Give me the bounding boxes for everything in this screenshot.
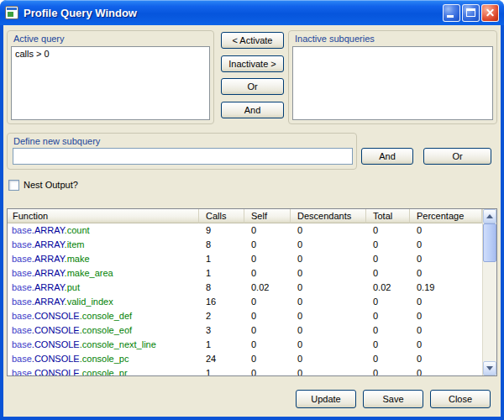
app-icon — [5, 6, 18, 19]
vertical-scrollbar[interactable] — [482, 209, 496, 375]
cell-total: 0 — [366, 252, 410, 266]
scroll-up-button[interactable] — [483, 209, 496, 223]
and-button[interactable]: And — [221, 102, 284, 118]
cell-total: 0 — [366, 223, 410, 238]
cell-percentage: 0 — [410, 266, 482, 281]
scroll-down-button[interactable] — [483, 361, 496, 375]
table-row[interactable]: base.ARRAY.make_area10000 — [8, 266, 482, 281]
save-button[interactable]: Save — [363, 390, 423, 408]
cell-percentage: 0 — [410, 252, 482, 266]
table-row[interactable]: base.CONSOLE.console_pc240000 — [8, 352, 482, 366]
cell-calls: 1 — [199, 252, 244, 266]
inactive-subqueries-listbox[interactable] — [292, 46, 493, 120]
update-button[interactable]: Update — [296, 390, 356, 408]
cell-calls: 16 — [199, 295, 244, 309]
active-query-label: Active query — [13, 34, 65, 44]
cell-percentage: 0 — [410, 323, 482, 338]
cell-self: 0 — [244, 252, 291, 266]
cell-descendants: 0 — [291, 238, 366, 252]
cell-function: base.CONSOLE.console_def — [8, 309, 199, 323]
table-main: Function Calls Self Descendants Total Pe… — [8, 209, 482, 375]
subquery-and-button[interactable]: And — [361, 148, 413, 165]
window-title: Profile Query Window — [24, 7, 443, 19]
scroll-thumb[interactable] — [483, 223, 496, 262]
column-header-function[interactable]: Function — [8, 209, 199, 223]
cell-total: 0 — [366, 338, 410, 352]
cell-self: 0 — [244, 323, 291, 338]
table-row[interactable]: base.ARRAY.put80.0200.020.19 — [8, 281, 482, 295]
minimize-button[interactable] — [443, 4, 460, 22]
cell-calls: 3 — [199, 323, 244, 338]
table-row[interactable]: base.CONSOLE.console_def20000 — [8, 309, 482, 323]
cell-descendants: 0 — [291, 223, 366, 238]
titlebar[interactable]: Profile Query Window — [0, 0, 504, 25]
minimize-icon — [447, 15, 454, 18]
cell-total: 0 — [366, 266, 410, 281]
cell-percentage: 0 — [410, 238, 482, 252]
cell-function: base.CONSOLE.console_next_line — [8, 338, 199, 352]
cell-self: 0 — [244, 352, 291, 366]
table-row[interactable]: base.ARRAY.count90000 — [8, 223, 482, 238]
table-rows: base.ARRAY.count90000base.ARRAY.item8000… — [8, 223, 482, 375]
cell-descendants: 0 — [291, 281, 366, 295]
table-row[interactable]: base.CONSOLE.console_eof30000 — [8, 323, 482, 338]
cell-function: base.ARRAY.put — [8, 281, 199, 295]
define-subquery-label: Define new subquery — [13, 136, 100, 146]
cell-calls: 1 — [199, 338, 244, 352]
cell-total: 0 — [366, 323, 410, 338]
cell-descendants: 0 — [291, 309, 366, 323]
activate-button[interactable]: < Activate — [221, 32, 284, 49]
close-button[interactable] — [481, 4, 499, 22]
cell-percentage: 0 — [410, 352, 482, 366]
scroll-up-icon — [486, 214, 493, 218]
cell-total: 0 — [366, 352, 410, 366]
close-window-button[interactable]: Close — [430, 390, 491, 408]
cell-self: 0 — [244, 295, 291, 309]
cell-self: 0 — [244, 309, 291, 323]
cell-descendants: 0 — [291, 252, 366, 266]
client-area: Active query calls > 0 < Activate Inacti… — [3, 25, 501, 417]
scroll-track[interactable] — [483, 262, 496, 361]
active-query-item[interactable]: calls > 0 — [12, 47, 209, 60]
cell-total: 0 — [366, 309, 410, 323]
column-header-percentage[interactable]: Percentage — [410, 209, 482, 223]
column-header-total[interactable]: Total — [366, 209, 410, 223]
or-button[interactable]: Or — [221, 78, 284, 95]
cell-percentage: 0 — [410, 338, 482, 352]
subquery-or-button[interactable]: Or — [423, 148, 491, 165]
profile-query-window: Profile Query Window Active query calls … — [0, 0, 504, 420]
cell-percentage: 0 — [410, 366, 482, 375]
subquery-input[interactable] — [13, 148, 353, 165]
active-query-listbox[interactable]: calls > 0 — [11, 46, 210, 120]
column-header-calls[interactable]: Calls — [199, 209, 244, 223]
cell-descendants: 0 — [291, 295, 366, 309]
cell-self: 0 — [244, 266, 291, 281]
table-row[interactable]: base.ARRAY.item80000 — [8, 238, 482, 252]
cell-descendants: 0 — [291, 352, 366, 366]
active-query-group: Active query calls > 0 — [7, 30, 214, 124]
cell-calls: 8 — [199, 281, 244, 295]
table-header: Function Calls Self Descendants Total Pe… — [8, 209, 482, 223]
table-row[interactable]: base.CONSOLE.console_next_line10000 — [8, 338, 482, 352]
cell-descendants: 0 — [291, 323, 366, 338]
cell-self: 0 — [244, 366, 291, 375]
inactive-subqueries-label: Inactive subqueries — [295, 34, 375, 44]
column-header-descendants[interactable]: Descendants — [291, 209, 366, 223]
cell-total: 0.02 — [366, 281, 410, 295]
cell-self: 0 — [244, 238, 291, 252]
cell-calls: 1 — [199, 266, 244, 281]
cell-function: base.CONSOLE.console_pr — [8, 366, 199, 375]
cell-self: 0 — [244, 223, 291, 238]
table-row[interactable]: base.CONSOLE.console_pr10000 — [8, 366, 482, 375]
maximize-button[interactable] — [462, 4, 480, 22]
column-header-self[interactable]: Self — [244, 209, 291, 223]
cell-percentage: 0 — [410, 223, 482, 238]
nest-output-checkbox[interactable] — [8, 180, 19, 191]
table-row[interactable]: base.ARRAY.valid_index160000 — [8, 295, 482, 309]
table-row[interactable]: base.ARRAY.make10000 — [8, 252, 482, 266]
inactivate-button[interactable]: Inactivate > — [221, 55, 284, 72]
cell-descendants: 0 — [291, 266, 366, 281]
define-subquery-group: Define new subquery — [7, 133, 357, 170]
cell-function: base.ARRAY.make — [8, 252, 199, 266]
cell-function: base.ARRAY.make_area — [8, 266, 199, 281]
